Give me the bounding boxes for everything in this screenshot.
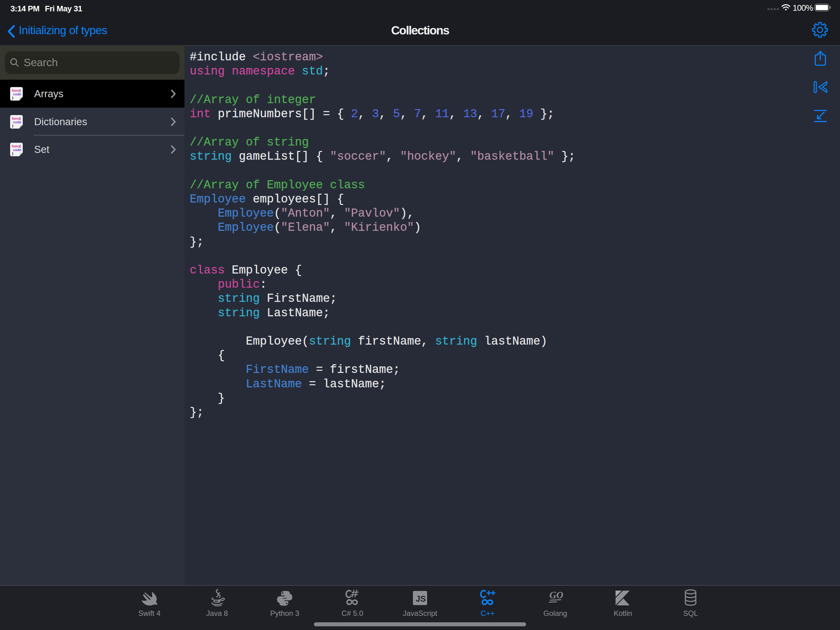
svg-text:JS: JS — [416, 594, 426, 603]
svg-text:GO: GO — [549, 590, 563, 600]
